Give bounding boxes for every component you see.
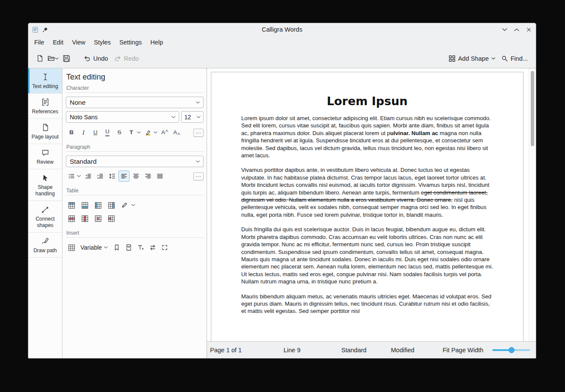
- bold-button[interactable]: B: [66, 127, 77, 138]
- special-character-button[interactable]: [147, 242, 158, 253]
- decrease-indent-button[interactable]: [83, 171, 94, 182]
- save-icon: [63, 55, 70, 62]
- character-style-combo[interactable]: None: [66, 97, 204, 108]
- find-button[interactable]: Find...: [498, 52, 531, 65]
- insert-text-button[interactable]: [135, 242, 146, 253]
- split-cells-button[interactable]: [106, 213, 117, 224]
- paragraph-style-indicator[interactable]: Standard: [341, 347, 367, 354]
- line-indicator: Line 9: [284, 347, 301, 354]
- align-right-button[interactable]: [142, 171, 154, 182]
- insert-index-button[interactable]: [66, 242, 77, 253]
- zoom-slider[interactable]: [492, 347, 530, 354]
- main-toolbar: Undo Redo Add Shape Find...: [28, 49, 536, 68]
- bold-button-glyph: B: [69, 130, 74, 136]
- text-color-dropdown[interactable]: [136, 127, 142, 138]
- delete-row-button[interactable]: [66, 213, 77, 224]
- calligra-words-window: Calligra Words FileEditViewStylesSetting…: [28, 23, 536, 359]
- line-spacing-button[interactable]: [106, 171, 118, 182]
- minimize-button[interactable]: [502, 27, 508, 32]
- undo-label: Undo: [93, 55, 108, 62]
- strikethrough-button[interactable]: S: [114, 127, 125, 138]
- sidebar-item-label: References: [32, 109, 58, 115]
- paragraph[interactable]: Mauris bibendum aliquam metus, ac venena…: [241, 293, 493, 315]
- add-shape-button[interactable]: Add Shape: [446, 52, 498, 65]
- font-size-value: 12: [184, 114, 191, 121]
- underline-button[interactable]: U: [90, 127, 101, 138]
- redo-button[interactable]: Redo: [111, 52, 142, 65]
- paragraph[interactable]: Lorem ipsum dolor sit amet, consectetur …: [241, 115, 493, 159]
- menu-styles[interactable]: Styles: [94, 39, 111, 46]
- list-style-dropdown[interactable]: [76, 171, 82, 182]
- new-document-button[interactable]: [33, 52, 46, 65]
- sidebar-item-references[interactable]: References: [28, 94, 62, 119]
- document-title[interactable]: Lorem Ipsun: [241, 94, 493, 108]
- maximize-button[interactable]: [514, 27, 520, 32]
- undo-button[interactable]: Undo: [80, 52, 111, 65]
- text-editing-docker: Text editing Character None Noto Sans 12: [62, 68, 207, 358]
- new-document-icon: [36, 55, 44, 62]
- desktop: Calligra Words FileEditViewStylesSetting…: [0, 0, 565, 392]
- sidebar-item-page-layout[interactable]: Page layout: [28, 119, 62, 144]
- menu-edit[interactable]: Edit: [53, 39, 63, 46]
- insert-frame-button[interactable]: [159, 242, 170, 253]
- insert-row-above-button[interactable]: [66, 200, 77, 211]
- page[interactable]: Lorem Ipsun Lorem ipsum dolor sit amet, …: [211, 72, 524, 341]
- insert-column-left-button[interactable]: [92, 200, 104, 211]
- sidebar-item-connect-shapes[interactable]: Connect shapes: [28, 201, 62, 233]
- insert-column-right-button[interactable]: [106, 200, 117, 211]
- titlebar[interactable]: Calligra Words: [28, 23, 536, 36]
- sidebar-item-review[interactable]: Review: [28, 144, 62, 169]
- references-icon: [30, 98, 61, 107]
- page-indicator[interactable]: Page 1 of 1: [210, 347, 242, 354]
- increase-indent-button[interactable]: [95, 171, 106, 182]
- subscript-button[interactable]: AA: [171, 127, 182, 138]
- italic-button[interactable]: I: [78, 127, 89, 138]
- double-underline-button[interactable]: U: [102, 127, 113, 138]
- open-document-button[interactable]: [46, 52, 60, 65]
- pin-icon[interactable]: [42, 27, 48, 32]
- zoom-slider-handle[interactable]: [509, 347, 515, 353]
- insert-bookmark-button[interactable]: [111, 242, 122, 253]
- superscript-button[interactable]: AA: [159, 127, 170, 138]
- text-color-button[interactable]: T: [126, 127, 137, 138]
- scrollbar-thumb[interactable]: [531, 71, 534, 146]
- insert-row-below-button[interactable]: [79, 200, 90, 211]
- highlight-color-button[interactable]: [142, 127, 154, 138]
- menu-help[interactable]: Help: [150, 39, 163, 46]
- variable-dropdown[interactable]: Variable: [78, 242, 110, 253]
- connect-shapes-icon: [30, 205, 61, 215]
- document-canvas[interactable]: Lorem Ipsun Lorem ipsum dolor sit amet, …: [207, 68, 536, 341]
- align-justify-button[interactable]: [154, 171, 166, 182]
- insert-page-break-button[interactable]: [123, 242, 134, 253]
- section-table-label: Table: [66, 187, 204, 195]
- save-button[interactable]: [60, 52, 73, 65]
- align-left-button[interactable]: [118, 171, 130, 182]
- align-center-button[interactable]: [130, 171, 142, 182]
- sidebar-item-draw-path[interactable]: Draw path: [28, 233, 62, 258]
- redo-label: Redo: [124, 55, 139, 62]
- table-border-dropdown[interactable]: [130, 200, 136, 211]
- menu-view[interactable]: View: [72, 39, 85, 46]
- text-run: Duis fringilla dui quis est scelerisque …: [241, 226, 493, 285]
- close-button[interactable]: [526, 27, 532, 32]
- table-border-pen-button[interactable]: [119, 200, 130, 211]
- font-family-combo[interactable]: Noto Sans: [66, 111, 179, 123]
- more-paragraph-options-button[interactable]: ...: [193, 172, 204, 180]
- search-icon: [501, 55, 508, 62]
- vertical-scrollbar[interactable]: [529, 68, 536, 341]
- paragraph[interactable]: Vivamus porttitor dapibus ante, in vesti…: [241, 166, 493, 218]
- highlight-color-dropdown[interactable]: [153, 127, 158, 138]
- paragraph-style-combo[interactable]: Standard: [66, 156, 204, 167]
- zoom-mode-indicator[interactable]: Fit Page Width: [443, 347, 483, 354]
- more-character-options-button[interactable]: ...: [193, 129, 204, 137]
- strikethrough-button-glyph: S: [117, 130, 121, 136]
- delete-column-button[interactable]: [79, 213, 90, 224]
- menu-settings[interactable]: Settings: [119, 39, 142, 46]
- list-style-button[interactable]: [66, 171, 77, 182]
- menu-file[interactable]: File: [34, 39, 44, 46]
- merge-cells-button[interactable]: [92, 213, 104, 224]
- font-size-combo[interactable]: 12: [181, 111, 204, 123]
- paragraph[interactable]: Duis fringilla dui quis est scelerisque …: [241, 226, 493, 285]
- sidebar-item-shape-handling[interactable]: Shape handling: [28, 169, 62, 201]
- sidebar-item-text-editing[interactable]: Text editing: [28, 68, 62, 94]
